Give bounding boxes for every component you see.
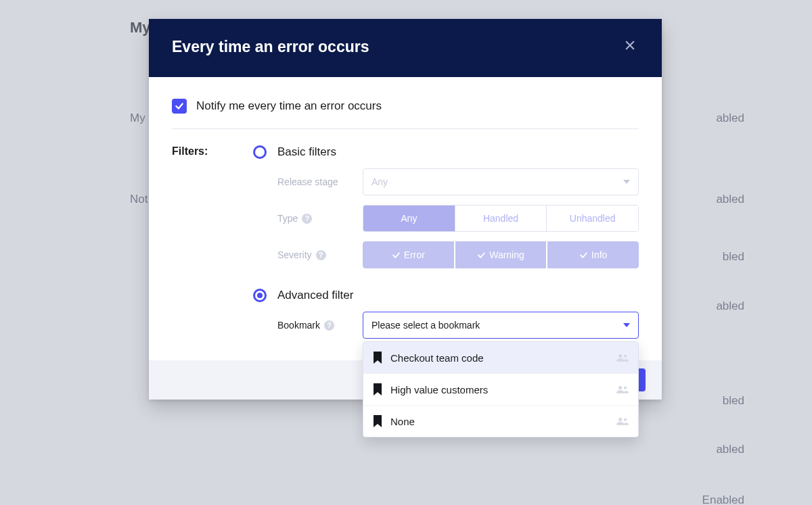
type-label: Type: [277, 213, 298, 224]
severity-option-warning[interactable]: Warning: [454, 241, 547, 268]
severity-row: Severity ? Error Warning: [277, 241, 639, 268]
bg-row-status: abled: [716, 112, 744, 125]
people-icon: [616, 353, 629, 362]
bg-row-status: bled: [723, 250, 744, 264]
bookmark-placeholder: Please select a bookmark: [371, 320, 480, 331]
chevron-down-icon: [623, 323, 630, 327]
svg-point-5: [624, 418, 627, 421]
modal-title: Every time an error occurs: [172, 38, 369, 56]
release-stage-row: Release stage Any: [277, 168, 639, 195]
chevron-down-icon: [623, 180, 630, 184]
type-option-handled[interactable]: Handled: [455, 206, 547, 231]
help-icon[interactable]: ?: [302, 214, 312, 224]
bookmark-dropdown: Checkout team code High value customers: [363, 341, 639, 437]
bookmark-select[interactable]: Please select a bookmark: [363, 312, 639, 339]
type-option-any[interactable]: Any: [363, 206, 455, 231]
bookmark-option-label: None: [390, 416, 415, 427]
bg-row-label: My: [130, 112, 145, 125]
svg-point-2: [618, 386, 622, 389]
modal-body: Notify me every time an error occurs Fil…: [149, 77, 662, 360]
check-icon: [477, 251, 486, 260]
bg-row-status: abled: [716, 193, 744, 206]
close-icon[interactable]: [621, 37, 639, 57]
svg-point-1: [624, 355, 627, 358]
severity-option-error[interactable]: Error: [363, 241, 454, 268]
bookmark-icon: [373, 383, 382, 395]
advanced-radio[interactable]: [253, 289, 267, 302]
bookmark-icon: [373, 415, 382, 427]
bookmark-option[interactable]: High value customers: [363, 373, 638, 405]
severity-segmented: Error Warning Info: [363, 241, 639, 268]
svg-point-3: [624, 387, 627, 389]
people-icon: [616, 385, 629, 394]
basic-filter-controls: Release stage Any Type ? Any: [272, 159, 639, 281]
filters-heading: Filters:: [172, 145, 253, 158]
bookmark-icon: [373, 352, 382, 364]
svg-point-0: [618, 354, 622, 358]
help-icon[interactable]: ?: [324, 320, 334, 331]
bookmark-option-label: High value customers: [390, 384, 488, 395]
modal-header: Every time an error occurs: [149, 19, 662, 77]
check-icon: [392, 251, 401, 260]
advanced-radio-label: Advanced filter: [272, 289, 639, 302]
release-stage-value: Any: [371, 176, 388, 187]
notify-row: Notify me every time an error occurs: [172, 95, 639, 129]
type-row: Type ? Any Handled Unhandled: [277, 205, 639, 232]
primary-button-edge[interactable]: [639, 368, 646, 391]
bookmark-option-label: Checkout team code: [390, 352, 484, 364]
bg-row-status: abled: [716, 299, 744, 313]
advanced-filter-controls: Bookmark ? Please select a bookmark: [272, 302, 639, 351]
check-icon: [579, 251, 588, 260]
bg-page-heading: My: [130, 19, 151, 37]
basic-filter-block: Basic filters Release stage Any Ty: [253, 145, 639, 351]
basic-radio-label: Basic filters: [272, 145, 639, 159]
bg-row: Enabled: [130, 477, 744, 505]
bg-row-status: abled: [716, 443, 744, 456]
svg-point-4: [618, 418, 622, 421]
severity-option-info[interactable]: Info: [546, 241, 639, 268]
notify-label: Notify me every time an error occurs: [196, 99, 382, 113]
basic-radio[interactable]: [253, 145, 267, 159]
notify-checkbox[interactable]: [172, 99, 187, 114]
help-icon[interactable]: ?: [316, 250, 326, 260]
bg-row-status: bled: [723, 394, 744, 408]
people-icon: [616, 416, 629, 426]
bg-row-status: Enabled: [702, 494, 744, 505]
release-stage-label: Release stage: [277, 176, 338, 187]
bookmark-select-wrap: Please select a bookmark Checkout team c…: [363, 312, 639, 339]
bookmark-option[interactable]: None: [363, 405, 638, 437]
bg-row-label: Not: [130, 193, 148, 206]
filters-section: Filters: Basic filters Release stage Any: [172, 145, 639, 351]
type-segmented: Any Handled Unhandled: [363, 205, 639, 232]
bookmark-label: Bookmark: [277, 320, 320, 331]
bookmark-option[interactable]: Checkout team code: [363, 342, 638, 373]
type-option-unhandled[interactable]: Unhandled: [546, 206, 638, 231]
settings-modal: Every time an error occurs Notify me eve…: [149, 19, 662, 400]
release-stage-select[interactable]: Any: [363, 168, 639, 195]
bookmark-row: Bookmark ? Please select a bookmark: [277, 312, 639, 339]
severity-label: Severity: [277, 249, 312, 260]
